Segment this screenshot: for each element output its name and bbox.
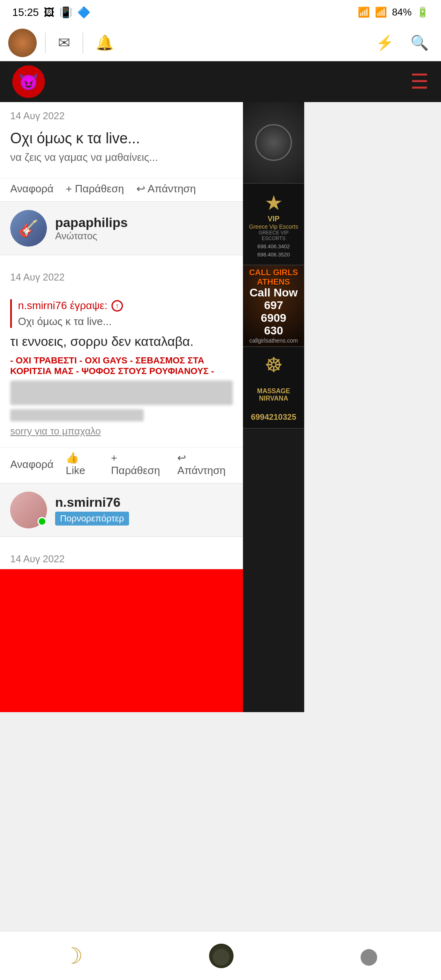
post-2-user-header: 🎸 papaphilips Ανώτατος [0,202,243,255]
ad-slot-2[interactable]: ★ VIP Greece Vip Escorts GREECE VIP ESCO… [243,184,304,265]
forum-logo[interactable]: 😈 [12,65,45,98]
quote-author: n.smirni76 έγραψε: [18,299,233,312]
ad-slot-4[interactable]: ☸ MASSAGENIRVANA 6994210325 [243,347,304,429]
post-2-main-text: τι εννοεις, σορρυ δεν καταλαβα. [10,334,233,349]
status-bar: 15:25 🖼 📳 🔷 📶 📶 84% 🔋 [0,0,441,24]
ad-slot-3[interactable]: CALL GIRLSATHENS Call Now6976909630 call… [243,265,304,347]
vip-brand: GREECE VIP ESCORTS [247,230,300,241]
post3-bubble-triangle [116,537,128,545]
status-left: 15:25 🖼 📳 🔷 [12,6,90,19]
callgirls-website: callgirlsathens.com [249,337,298,344]
blurred-content-1 [10,381,233,405]
wifi-icon: 📶 [358,7,370,18]
post-3-date: 14 Αυγ 2022 [0,545,243,569]
post-card-2: 🎸 papaphilips Ανώτατος 14 Αυγ 2022 n.smi… [0,202,243,483]
photo-icon: 🖼 [44,6,54,19]
content-area: 14 Αυγ 2022 Οχι όμως κ τα live... να ζει… [0,102,243,712]
post-1-subtitle: να ζεις να γαμας να μαθαίνεις... [10,151,233,164]
nsmirni76-username[interactable]: n.smirni76 [55,495,129,510]
reply-button-2[interactable]: ↩ Απάντηση [177,452,233,477]
vip-subtitle: Greece Vip Escorts [249,223,298,230]
report-button-1[interactable]: Αναφορά [10,183,53,195]
post-bubble-triangle [116,255,128,263]
post-card-3: n.smirni76 Πορνορεπόρτερ 14 Αυγ 2022 [0,483,243,569]
search-icon[interactable]: 🔍 [406,30,433,56]
post-1-actions: Αναφορά + Παράθεση ↩ Απάντηση [0,178,243,201]
post-2-actions: Αναφορά 👍 Like + Παράθεση ↩ Απάντηση [0,447,243,483]
blurred-content-2 [10,409,144,421]
quote-block: n.smirni76 έγραψε: Οχι όμως κ τα live... [10,299,233,328]
post-card-1: 14 Αυγ 2022 Οχι όμως κ τα live... να ζει… [0,102,243,202]
ad-slot-1[interactable] [243,102,304,184]
logo-emoji: 😈 [18,72,39,91]
user-avatar-nav[interactable] [8,29,37,57]
lightning-icon[interactable]: ⚡ [372,30,398,56]
papaphilips-username[interactable]: papaphilips [55,215,128,230]
vibrate-icon: 📳 [59,6,72,19]
signal-icon: 📶 [375,7,387,18]
bottom-icon-3[interactable]: ⬤ [360,947,378,965]
quote-text: Οχι όμως κ τα live... [18,315,233,328]
bottom-icon-2[interactable]: ⬤ [209,944,234,968]
quote-button-2[interactable]: + Παράθεση [111,452,165,477]
callgirls-title: CALL GIRLSATHENS [249,268,298,287]
quote-upload-icon [111,300,123,312]
massage-phone: 6994210325 [251,412,296,422]
mail-icon[interactable]: ✉ [54,30,74,56]
main-layout: 14 Αυγ 2022 Οχι όμως κ τα live... να ζει… [0,102,441,712]
nav-right-icons: ⚡ 🔍 [372,30,433,56]
post-2-rules: - ΟΧΙ ΤΡΑΒΕΣΤΙ - ΟΧΙ GAYS - ΣΕΒΑΣΜΟΣ ΣΤΑ… [10,355,233,376]
papaphilips-info: papaphilips Ανώτατος [55,215,128,242]
nsmirni76-info: n.smirni76 Πορνορεπόρτερ [55,495,129,526]
papaphilips-rank: Ανώτατος [55,230,128,242]
nav-divider-1 [45,33,46,53]
online-indicator [38,517,47,526]
hamburger-menu[interactable]: ☰ [410,70,429,94]
top-nav: ✉ 🔔 ⚡ 🔍 [0,24,441,61]
sorry-link[interactable]: sorry για το μπαχαλο [10,425,233,437]
callgirls-number: Call Now6976909630 [249,287,298,337]
battery-icon: 🔋 [416,7,429,18]
vip-phone-2: 698.406.3520 [257,252,290,258]
massage-lotus-icon: ☸ [265,353,283,377]
massage-name: MASSAGENIRVANA [257,388,290,402]
right-sidebar: ★ VIP Greece Vip Escorts GREECE VIP ESCO… [243,102,304,712]
nav-divider-2 [82,33,83,53]
post-2-date: 14 Αυγ 2022 [0,263,243,287]
vip-star-icon: ★ [265,191,283,215]
reply-button-1[interactable]: ↩ Απάντηση [136,183,196,195]
status-right: 📶 📶 84% 🔋 [358,7,429,18]
battery: 84% [392,7,412,18]
bottom-nav: ☽ ⬤ ⬤ [0,931,441,980]
nfc-icon: 🔷 [77,6,90,19]
forum-header: 😈 ☰ [0,61,441,102]
post-1-date: 14 Αυγ 2022 [0,102,243,126]
bell-icon[interactable]: 🔔 [91,30,118,56]
post-1-content: Οχι όμως κ τα live... να ζεις να γαμας ν… [0,126,243,178]
nsmirni76-badge: Πορνορεπόρτερ [55,512,129,526]
quote-button-1[interactable]: + Παράθεση [66,183,124,195]
report-button-2[interactable]: Αναφορά [10,458,53,471]
vip-title: VIP [267,215,279,223]
time: 15:25 [12,6,39,19]
papaphilips-avatar[interactable]: 🎸 [10,210,47,247]
vip-phone-1: 698.406.3402 [257,243,290,249]
red-ad-banner[interactable] [0,569,243,712]
post-1-title: Οχι όμως κ τα live... [10,130,233,147]
like-button-2[interactable]: 👍 Like [66,452,99,477]
post-2-body: n.smirni76 έγραψε: Οχι όμως κ τα live...… [0,287,243,447]
post-3-user-header: n.smirni76 Πορνορεπόρτερ [0,483,243,537]
bottom-icon-1[interactable]: ☽ [63,943,83,969]
